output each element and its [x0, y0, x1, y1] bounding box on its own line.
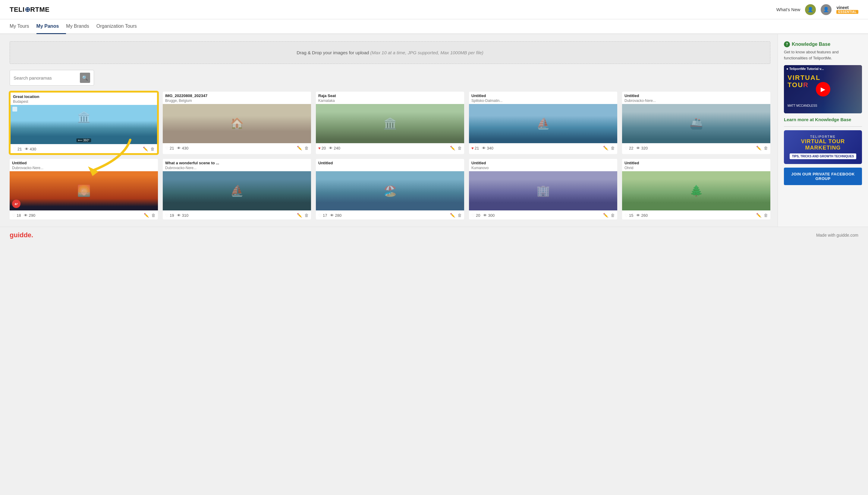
pano-location: Dubrovacko-Nere...: [165, 166, 309, 170]
pano-card[interactable]: What a wonderful scene to ... Dubrovacko…: [163, 159, 311, 220]
pano-stats: ♡ 21 👁 430 ✏️ 🗑: [11, 144, 157, 153]
learn-more-link[interactable]: Learn more at Knowledge Base: [784, 117, 862, 122]
user-badge: vineet ESSENTIAL: [836, 5, 858, 14]
edit-icon[interactable]: ✏️: [756, 213, 761, 218]
promo-title: VIRTUAL TOURMARKETING: [789, 138, 857, 151]
nav-tabs: My Tours My Panos My Brands Organization…: [0, 19, 868, 34]
pano-location: Dubrovacko-Nere...: [12, 166, 156, 170]
logo-dot: ⊕: [25, 6, 31, 13]
search-button[interactable]: 🔍: [80, 73, 90, 83]
delete-icon[interactable]: 🗑: [611, 213, 615, 218]
kb-title: Knowledge Base: [792, 41, 830, 47]
app-footer: guidde. Made with guidde.com: [0, 227, 868, 243]
pano-title: Untitled: [471, 161, 615, 166]
pano-location: Brugge, Belgium: [165, 99, 309, 103]
pano-title: Untitled: [624, 93, 768, 99]
pano-location: Karnataka: [318, 99, 462, 103]
promo-sub: TIPS, TRICKS AND GROWTH TECHNIQUES: [789, 153, 856, 159]
edit-icon[interactable]: ✏️: [450, 146, 455, 150]
tab-my-panos[interactable]: My Panos: [36, 19, 66, 34]
drop-zone-text: Drag & Drop your images for upload: [297, 50, 369, 55]
edit-icon[interactable]: ✏️: [450, 213, 455, 218]
pano-card[interactable]: Untitled 🏖️ ♡17 👁280 ✏️🗑: [316, 159, 464, 220]
pano-location: [318, 166, 462, 170]
delete-icon[interactable]: 🗑: [151, 147, 155, 151]
edit-icon[interactable]: ✏️: [603, 146, 608, 150]
pano-location: Kumanovo: [471, 166, 615, 170]
promo-brand: TELIPORTME: [789, 135, 857, 138]
sidebar: ? Knowledge Base Get to know about featu…: [778, 34, 868, 227]
pano-actions: ✏️ 🗑: [143, 147, 155, 151]
user-name: vineet: [836, 5, 848, 10]
likes-stat: ♡ 21: [13, 147, 22, 151]
pano-grid: Great location Budapest 🏛️ ⟵ 360° ♡ 21: [10, 92, 770, 220]
fb-group-button[interactable]: JOIN OUR PRIVATE FACEBOOK GROUP: [784, 168, 862, 185]
edit-icon[interactable]: ✏️: [603, 213, 608, 218]
pano-location: Splitsko-Dalmatin...: [471, 99, 615, 103]
pano-title: Untitled: [624, 161, 768, 166]
user-avatar[interactable]: 👤: [821, 4, 832, 15]
tab-org-tours[interactable]: Organization Tours: [97, 19, 144, 34]
sidebar-promo: TELIPORTME VIRTUAL TOURMARKETING TIPS, T…: [784, 130, 862, 164]
pano-title: Untitled: [318, 161, 462, 166]
footer-text: Made with guidde.com: [816, 233, 858, 238]
delete-icon[interactable]: 🗑: [151, 213, 156, 218]
edit-icon[interactable]: ✏️: [297, 146, 302, 150]
delete-icon[interactable]: 🗑: [457, 146, 462, 150]
delete-icon[interactable]: 🗑: [305, 146, 309, 150]
pano-card[interactable]: Untitled Dubrovacko-Nere... 🌅 a7 ♡18 👁29…: [10, 159, 158, 220]
video-thumbnail[interactable]: ● TeliportMe Tutorial v... VIRTUALTOUR M…: [784, 65, 862, 113]
help-icon: ?: [784, 41, 790, 47]
pano-card[interactable]: Great location Budapest 🏛️ ⟵ 360° ♡ 21: [10, 92, 158, 154]
delete-icon[interactable]: 🗑: [611, 146, 615, 150]
pano-card[interactable]: Untitled Splitsko-Dalmatin... ⛵ ♥21 👁340…: [469, 92, 617, 154]
user-plan-badge: ESSENTIAL: [836, 10, 858, 14]
delete-icon[interactable]: 🗑: [764, 213, 768, 218]
pano-title: Untitled: [12, 161, 156, 166]
header-right: What's New 👤 👤 vineet ESSENTIAL: [776, 4, 858, 15]
edit-icon[interactable]: ✏️: [297, 213, 302, 218]
pano-title: Great location: [13, 95, 155, 100]
pano-title: IMG_20220808_202347: [165, 93, 309, 99]
card-header: Great location Budapest: [11, 92, 157, 104]
pano-card[interactable]: Untitled Kumanovo 🏢 ♡20 👁300 ✏️🗑: [469, 159, 617, 220]
pano-card[interactable]: Raja Seat Karnataka 🏛️ ♥20 👁240 ✏️🗑: [316, 92, 464, 154]
content-area: Drag & Drop your images for upload (Max …: [0, 34, 778, 227]
delete-icon[interactable]: 🗑: [457, 213, 462, 218]
drop-zone-subtext: (Max 10 at a time, JPG supported, Max 10…: [370, 50, 483, 55]
search-box: 🔍: [10, 70, 94, 86]
edit-icon[interactable]: ✏️: [143, 147, 148, 151]
likes-count: 21: [17, 147, 22, 151]
main-layout: Drag & Drop your images for upload (Max …: [0, 34, 868, 227]
tab-my-tours[interactable]: My Tours: [10, 19, 36, 34]
pano-stats: ♡21 👁430 ✏️🗑: [163, 143, 311, 152]
kb-section-title: ? Knowledge Base: [784, 41, 862, 47]
delete-icon[interactable]: 🗑: [305, 213, 309, 218]
app-header: TELI⊕RTME What's New 👤 👤 vineet ESSENTIA…: [0, 0, 868, 19]
edit-icon[interactable]: ✏️: [144, 213, 149, 218]
views-stat: 👁 430: [25, 147, 36, 151]
search-row: 🔍: [10, 70, 770, 86]
pano-grid-container: Great location Budapest 🏛️ ⟵ 360° ♡ 21: [10, 92, 770, 220]
tab-my-brands[interactable]: My Brands: [66, 19, 96, 34]
pano-card[interactable]: IMG_20220808_202347 Brugge, Belgium 🏠 ♡2…: [163, 92, 311, 154]
notification-avatar[interactable]: 👤: [805, 4, 816, 15]
heart-icon: ♡: [13, 147, 17, 151]
footer-logo: guidde.: [10, 231, 33, 239]
badge-360: ⟵ 360°: [76, 138, 91, 142]
views-count: 430: [30, 147, 36, 151]
pano-card[interactable]: Untitled Dubrovacko-Nere... 🚢 ♡22 👁320 ✏…: [622, 92, 770, 154]
whats-new-link[interactable]: What's New: [776, 7, 800, 12]
pano-location: Dubrovacko-Nere...: [624, 99, 768, 103]
drop-zone[interactable]: Drag & Drop your images for upload (Max …: [10, 41, 770, 64]
pano-title: Raja Seat: [318, 93, 462, 99]
edit-icon[interactable]: ✏️: [756, 146, 761, 150]
search-input[interactable]: [14, 75, 79, 81]
pano-location: Budapest: [13, 100, 155, 104]
delete-icon[interactable]: 🗑: [764, 146, 768, 150]
pano-location: Ohrid: [624, 166, 768, 170]
pano-card[interactable]: Untitled Ohrid 🌲 ♡15 👁260 ✏️🗑: [622, 159, 770, 220]
eye-icon: 👁: [25, 147, 29, 151]
video-channel: ● TeliportMe Tutorial v...: [786, 67, 824, 70]
pano-title: What a wonderful scene to ...: [165, 161, 309, 166]
